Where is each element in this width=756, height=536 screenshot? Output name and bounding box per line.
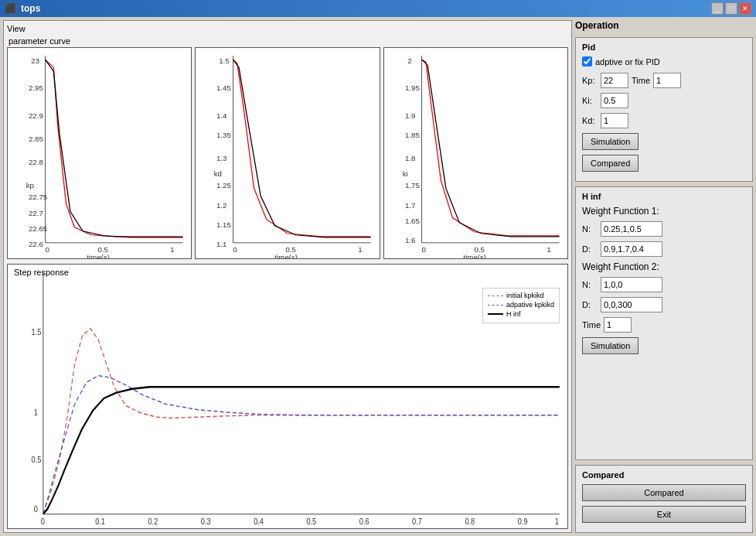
legend-item-initial: initial kpkikd bbox=[488, 292, 554, 299]
svg-text:22.7: 22.7 bbox=[29, 209, 43, 217]
hinf-section: H inf Weight Function 1: N: D: Weight Fu… bbox=[575, 186, 753, 460]
wf1-label-row: Weight Function 1: bbox=[582, 206, 746, 217]
svg-text:1.9: 1.9 bbox=[405, 111, 415, 120]
svg-text:2: 2 bbox=[407, 56, 411, 65]
time-label-pid: Time bbox=[632, 76, 650, 85]
svg-text:0: 0 bbox=[233, 245, 237, 254]
svg-text:kp: kp bbox=[26, 182, 34, 190]
pid-section: Pid adptive or fix PID Kp: Time Ki: Kd: bbox=[575, 37, 753, 182]
svg-text:1.7: 1.7 bbox=[405, 201, 415, 210]
svg-text:1: 1 bbox=[34, 408, 38, 417]
svg-text:time(s): time(s) bbox=[275, 253, 298, 258]
wf2-n-label: N: bbox=[582, 280, 598, 289]
svg-text:1.75: 1.75 bbox=[405, 182, 420, 190]
chart-kd: 1.5 1.45 1.4 1.35 1.3 kd 1.25 1.2 1.15 1… bbox=[195, 47, 380, 259]
svg-text:1.15: 1.15 bbox=[216, 220, 231, 229]
compared-button[interactable]: Compared bbox=[582, 484, 746, 501]
compared-btn-row: Compared bbox=[582, 484, 746, 501]
top-charts-container: parameter curve 23 2.95 22.9 2.85 22.8 k… bbox=[7, 35, 568, 259]
svg-text:0.5: 0.5 bbox=[286, 245, 296, 254]
hinf-simulation-button[interactable]: Simulation bbox=[582, 337, 639, 354]
kd-input[interactable] bbox=[601, 113, 628, 128]
svg-text:0.9: 0.9 bbox=[518, 517, 528, 526]
svg-text:22.9: 22.9 bbox=[29, 111, 43, 120]
svg-text:kd: kd bbox=[214, 170, 222, 179]
svg-text:time(s): time(s) bbox=[463, 253, 486, 258]
exit-button[interactable]: Exit bbox=[582, 506, 746, 523]
svg-text:0.4: 0.4 bbox=[254, 517, 264, 526]
wf2-label: Weight Function 2: bbox=[582, 261, 659, 272]
wf2-n-input[interactable] bbox=[601, 277, 662, 292]
svg-text:1.65: 1.65 bbox=[405, 217, 420, 225]
exit-btn-row: Exit bbox=[582, 506, 746, 523]
adaptive-checkbox-row: adptive or fix PID bbox=[582, 56, 746, 67]
left-panel: View parameter curve 23 2.95 22.9 2.85 2… bbox=[3, 20, 572, 533]
app-icon: ⬛ bbox=[5, 3, 16, 14]
adaptive-checkbox[interactable] bbox=[582, 56, 592, 67]
hinf-time-input[interactable] bbox=[604, 317, 632, 333]
kp-label: Kp: bbox=[582, 76, 598, 85]
hinf-time-row: Time bbox=[582, 317, 746, 333]
svg-text:22.75: 22.75 bbox=[29, 193, 47, 202]
svg-text:0.5: 0.5 bbox=[306, 517, 316, 526]
wf2-d-label: D: bbox=[582, 300, 598, 309]
close-button[interactable]: ✕ bbox=[739, 2, 751, 15]
wf1-n-label: N: bbox=[582, 224, 598, 234]
hinf-simulation-row: Simulation bbox=[582, 337, 746, 354]
pid-simulation-button[interactable]: Simulation bbox=[582, 133, 639, 150]
legend-item-adpative: adpative kpkikd bbox=[488, 301, 554, 309]
window-controls[interactable]: _ □ ✕ bbox=[711, 2, 751, 15]
svg-text:1.1: 1.1 bbox=[216, 240, 226, 248]
svg-text:0.1: 0.1 bbox=[95, 517, 105, 526]
wf1-n-row: N: bbox=[582, 221, 746, 237]
svg-text:1: 1 bbox=[170, 245, 174, 254]
svg-text:1.5: 1.5 bbox=[220, 56, 230, 65]
maximize-button[interactable]: □ bbox=[725, 2, 737, 15]
svg-text:0.3: 0.3 bbox=[201, 517, 211, 526]
svg-text:1.25: 1.25 bbox=[216, 182, 231, 190]
legend-line-hinf bbox=[488, 313, 503, 315]
svg-text:1.3: 1.3 bbox=[216, 154, 226, 162]
svg-text:0.5: 0.5 bbox=[98, 245, 108, 254]
svg-text:0: 0 bbox=[46, 245, 49, 254]
svg-text:0: 0 bbox=[34, 505, 38, 514]
pid-compared-button[interactable]: Compared bbox=[582, 155, 639, 172]
pid-compared-row: Compared bbox=[582, 155, 746, 172]
operation-header: Operation bbox=[575, 20, 753, 31]
svg-text:2.95: 2.95 bbox=[29, 84, 43, 93]
wf1-d-input[interactable] bbox=[601, 241, 662, 257]
wf1-label: Weight Function 1: bbox=[582, 206, 659, 217]
title-bar: ⬛ tops _ □ ✕ bbox=[0, 0, 756, 17]
pid-simulation-row: Simulation bbox=[582, 133, 746, 150]
adaptive-checkbox-label: adptive or fix PID bbox=[595, 57, 660, 67]
compared-section-title: Compared bbox=[582, 470, 746, 480]
minimize-button[interactable]: _ bbox=[711, 2, 724, 15]
chart-kp: 23 2.95 22.9 2.85 22.8 kp 22.75 22.7 22.… bbox=[7, 47, 192, 259]
main-content: View parameter curve 23 2.95 22.9 2.85 2… bbox=[0, 17, 756, 536]
pid-section-title: Pid bbox=[582, 43, 746, 52]
chart-legend: initial kpkikd adpative kpkikd H inf bbox=[482, 288, 560, 323]
ki-row: Ki: bbox=[582, 93, 746, 108]
time-input-pid[interactable] bbox=[653, 73, 681, 88]
svg-text:1.85: 1.85 bbox=[405, 131, 420, 139]
svg-text:1: 1 bbox=[359, 245, 363, 254]
svg-text:0.8: 0.8 bbox=[465, 517, 475, 526]
svg-text:1.5: 1.5 bbox=[32, 328, 42, 337]
wf2-d-input[interactable] bbox=[601, 297, 662, 312]
hinf-time-label: Time bbox=[582, 320, 601, 329]
svg-text:ki: ki bbox=[402, 170, 407, 179]
svg-text:0.5: 0.5 bbox=[32, 455, 42, 464]
wf2-n-row: N: bbox=[582, 277, 746, 292]
wf1-n-input[interactable] bbox=[601, 221, 662, 237]
compared-section: Compared Compared Exit bbox=[575, 465, 753, 533]
svg-text:1.4: 1.4 bbox=[216, 111, 226, 120]
ki-input[interactable] bbox=[601, 93, 628, 108]
svg-text:2.85: 2.85 bbox=[29, 135, 43, 143]
right-panel: Operation Pid adptive or fix PID Kp: Tim… bbox=[575, 20, 753, 533]
legend-label-hinf: H inf bbox=[506, 310, 521, 318]
parameter-curve-label: parameter curve bbox=[9, 36, 70, 46]
legend-item-hinf: H inf bbox=[488, 310, 554, 318]
kp-input[interactable] bbox=[601, 73, 628, 88]
svg-text:1: 1 bbox=[547, 245, 550, 254]
chart-ki: 2 1.95 1.9 1.85 1.8 ki 1.75 1.7 1.65 1.6… bbox=[383, 47, 568, 259]
